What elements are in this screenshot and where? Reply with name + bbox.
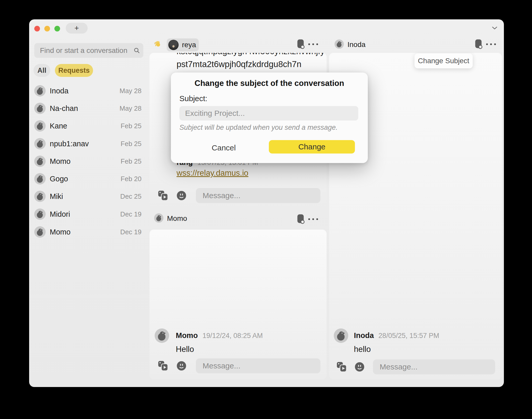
- conversation-list-item[interactable]: Miki Dec 25: [34, 189, 142, 204]
- message-avatar[interactable]: [155, 328, 169, 343]
- more-options-icon[interactable]: [307, 42, 319, 46]
- tooltip-label: Change Subject: [418, 57, 469, 65]
- wave-emoji-icon: [154, 41, 162, 48]
- message-avatar[interactable]: [334, 328, 348, 343]
- chat-header-reya[interactable]: reya: [167, 38, 199, 51]
- change-subject-icon[interactable]: [297, 214, 305, 224]
- default-avatar-icon: [154, 213, 163, 223]
- default-avatar-icon: [34, 120, 46, 132]
- screenshot-root: + All Requests Inoda May 28 Na-chan May …: [0, 0, 532, 419]
- chat-momo-messages-panel: Momo 19/12/24, 08:25 AM Hello: [149, 230, 327, 379]
- conversation-name: Gogo: [50, 175, 68, 183]
- default-avatar-icon: [34, 173, 46, 184]
- message-author: Momo: [176, 331, 198, 340]
- npub-text-line1: kst6qjqtfnpagzlygh4wf566yhzkznvwnjfy: [177, 53, 325, 57]
- conversation-list-item[interactable]: Inoda May 28: [34, 84, 142, 98]
- message-text: hello: [354, 345, 371, 354]
- default-avatar-icon: [34, 208, 46, 220]
- conversation-date: Dec 19: [120, 210, 142, 218]
- message-avatar[interactable]: [155, 74, 171, 90]
- default-avatar-icon: [34, 138, 46, 149]
- message-header: Inoda 28/05/25, 15:57 PM: [354, 331, 439, 340]
- search-icon: [134, 47, 140, 54]
- filter-tab-all[interactable]: All: [34, 64, 50, 77]
- default-avatar-icon: [34, 156, 46, 167]
- conversation-name: Momo: [50, 157, 71, 166]
- attach-media-icon[interactable]: [336, 361, 348, 373]
- message-input[interactable]: [196, 188, 320, 203]
- conversation-date: Feb 20: [121, 175, 142, 183]
- conversation-list-item[interactable]: Momo Feb 25: [34, 154, 142, 168]
- emoji-picker-icon[interactable]: [176, 190, 187, 201]
- chat-title: reya: [182, 41, 196, 49]
- change-subject-icon[interactable]: [297, 39, 305, 49]
- conversation-name: Miki: [50, 192, 63, 201]
- message-avatar[interactable]: [155, 152, 171, 168]
- conversation-name: Momo: [50, 228, 71, 236]
- traffic-close-button[interactable]: [34, 26, 40, 31]
- cancel-button[interactable]: Cancel: [202, 141, 246, 155]
- traffic-minimize-button[interactable]: [44, 26, 50, 31]
- new-conversation-button[interactable]: +: [66, 23, 88, 34]
- conversation-list-item[interactable]: npub1:anav Feb 25: [34, 136, 142, 151]
- conversation-date: Feb 25: [121, 140, 142, 148]
- chat-header-momo[interactable]: Momo: [167, 214, 187, 223]
- message-timestamp: 28/05/25, 15:57 PM: [378, 332, 439, 340]
- search-input[interactable]: [39, 46, 134, 55]
- change-subject-dialog: Change the subject of the conversation S…: [171, 72, 368, 163]
- message-input-row: [157, 188, 320, 203]
- subject-input[interactable]: [179, 106, 358, 120]
- default-avatar-icon: [34, 226, 46, 238]
- conversation-list-item[interactable]: Momo Dec 19: [34, 225, 142, 239]
- default-avatar-icon: [34, 85, 46, 96]
- attach-media-icon[interactable]: [157, 190, 169, 202]
- subject-hint-text: Subject will be updated when you send a …: [179, 124, 338, 132]
- message-avatar[interactable]: [155, 101, 171, 117]
- filter-all-label: All: [37, 67, 46, 75]
- avatar: [168, 40, 179, 50]
- chat-header-inoda[interactable]: Inoda: [347, 41, 365, 49]
- message-text: Hello: [176, 345, 194, 354]
- change-subject-icon[interactable]: [475, 39, 483, 49]
- npub-text-line2: pst7mta2t6wpjh0qfzkdrdgu8ch7n: [177, 59, 301, 69]
- message-input[interactable]: [373, 359, 495, 374]
- message-input[interactable]: [196, 358, 320, 373]
- app-window: + All Requests Inoda May 28 Na-chan May …: [29, 19, 504, 387]
- conversation-date: May 28: [120, 87, 142, 95]
- conversation-search: [34, 43, 143, 58]
- conversation-date: Feb 25: [121, 157, 142, 165]
- plus-icon: +: [74, 24, 79, 33]
- change-button-label: Change: [298, 142, 325, 151]
- conversation-name: Na-chan: [50, 104, 78, 113]
- account-avatar[interactable]: [476, 22, 488, 34]
- more-options-icon[interactable]: [307, 217, 319, 221]
- default-avatar-icon: [335, 39, 344, 49]
- conversation-name: npub1:anav: [50, 140, 89, 148]
- conversation-list-item[interactable]: Na-chan May 28: [34, 101, 142, 116]
- more-options-icon[interactable]: [485, 42, 497, 46]
- conversation-list-item[interactable]: Gogo Feb 20: [34, 172, 142, 186]
- attach-media-icon[interactable]: [157, 360, 169, 372]
- conversation-date: May 28: [120, 104, 142, 112]
- conversation-date: Dec 19: [120, 228, 142, 236]
- change-button[interactable]: Change: [269, 140, 355, 154]
- cancel-button-label: Cancel: [212, 143, 236, 152]
- conversation-name: Midori: [50, 210, 70, 219]
- default-avatar-icon: [34, 191, 46, 202]
- message-avatar[interactable]: [155, 126, 171, 142]
- emoji-picker-icon[interactable]: [176, 361, 187, 371]
- traffic-zoom-button[interactable]: [54, 26, 60, 31]
- change-subject-tooltip: Change Subject: [414, 53, 473, 68]
- message-timestamp: 19/12/24, 08:25 AM: [202, 332, 263, 340]
- dialog-title: Change the subject of the conversation: [171, 79, 368, 88]
- relay-link[interactable]: wss://relay.damus.io: [177, 168, 248, 178]
- message-input-row: [336, 359, 495, 374]
- conversation-list-item[interactable]: Midori Dec 19: [34, 207, 142, 221]
- filter-tab-requests[interactable]: Requests: [55, 64, 93, 77]
- subject-field-label: Subject:: [179, 94, 207, 103]
- message-header: Momo 19/12/24, 08:25 AM: [176, 331, 263, 340]
- default-avatar-icon: [34, 103, 46, 114]
- conversation-list-item[interactable]: Kane Feb 25: [34, 119, 142, 133]
- emoji-picker-icon[interactable]: [354, 362, 365, 372]
- chevron-down-icon[interactable]: [492, 26, 497, 30]
